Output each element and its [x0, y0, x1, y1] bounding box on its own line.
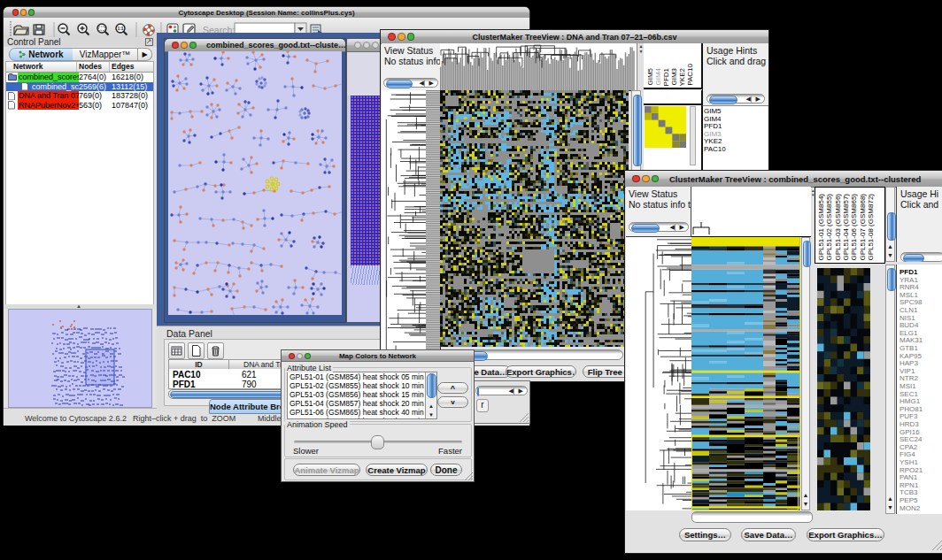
svg-text:1:1: 1:1	[117, 26, 123, 31]
